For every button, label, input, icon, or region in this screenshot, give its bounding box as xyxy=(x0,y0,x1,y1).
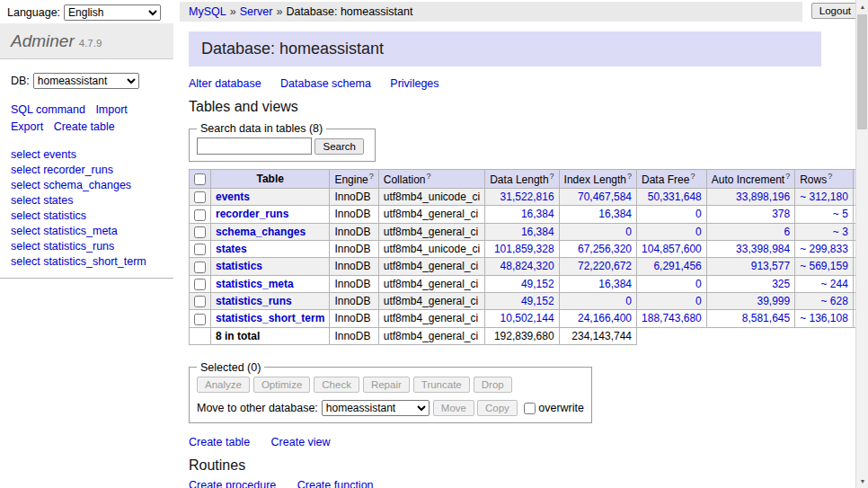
auto-increment-cell-link[interactable]: 378 xyxy=(772,208,790,220)
rows-cell-link[interactable]: ~ 136,108 xyxy=(800,312,848,324)
sidebar-select-statistics-meta[interactable]: select statistics_meta xyxy=(11,224,163,239)
data-free-cell-link[interactable]: 188,743,680 xyxy=(642,312,702,324)
data-length-cell-link[interactable]: 49,152 xyxy=(521,278,554,290)
row-checkbox[interactable] xyxy=(194,279,206,290)
table-link-states[interactable]: states xyxy=(216,243,247,255)
table-link-recorder-runs[interactable]: recorder_runs xyxy=(216,208,288,220)
rows-cell-link[interactable]: ~ 569,159 xyxy=(800,260,848,272)
auto-increment-cell-link[interactable]: 39,999 xyxy=(757,295,790,307)
index-length-cell-link[interactable]: 67,256,320 xyxy=(578,243,632,255)
auto-increment-cell-link[interactable]: 6 xyxy=(784,226,790,238)
data-free-cell-link[interactable]: 50,331,648 xyxy=(648,191,702,203)
row-checkbox[interactable] xyxy=(194,262,206,273)
index-length-cell-link[interactable]: 0 xyxy=(625,295,632,307)
auto-increment-cell-link[interactable]: 325 xyxy=(772,278,790,290)
help-link[interactable]: ? xyxy=(690,172,695,181)
index-length-cell-link[interactable]: 24,166,400 xyxy=(578,312,632,324)
language-select[interactable]: English xyxy=(64,4,161,21)
overwrite-checkbox[interactable] xyxy=(524,403,536,414)
link-create-function[interactable]: Create function xyxy=(297,479,374,488)
auto-increment-cell-link[interactable]: 33,898,196 xyxy=(736,191,790,203)
search-button[interactable]: Search xyxy=(314,138,363,155)
db-select[interactable]: homeassistant xyxy=(33,73,139,89)
rows-cell-link[interactable]: ~ 3 xyxy=(833,226,848,238)
data-length-cell-link[interactable]: 101,859,328 xyxy=(494,243,554,255)
repair-button[interactable]: Repair xyxy=(363,377,410,393)
table-link-statistics[interactable]: statistics xyxy=(216,260,262,272)
data-length-cell-link[interactable]: 10,502,144 xyxy=(500,312,554,324)
logout-button[interactable]: Logout xyxy=(811,3,859,19)
scrollbar-down-icon[interactable]: ▼ xyxy=(856,475,868,488)
link-create-table[interactable]: Create table xyxy=(189,436,250,448)
help-link[interactable]: ? xyxy=(426,172,430,181)
app-name[interactable]: Adminer xyxy=(11,31,75,50)
data-free-cell-link[interactable]: 0 xyxy=(695,208,702,220)
db-link-privileges[interactable]: Privileges xyxy=(390,77,438,90)
sidebar-link-sql-command[interactable]: SQL command xyxy=(11,103,85,116)
sidebar-select-schema-changes[interactable]: select schema_changes xyxy=(11,178,163,193)
drop-button[interactable]: Drop xyxy=(474,377,512,393)
data-free-cell-link[interactable]: 0 xyxy=(695,278,702,290)
row-checkbox[interactable] xyxy=(194,314,206,325)
scrollbar-up-icon[interactable]: ▲ xyxy=(856,0,868,13)
check-button[interactable]: Check xyxy=(314,377,359,393)
index-length-cell-link[interactable]: 0 xyxy=(625,226,632,238)
row-checkbox[interactable] xyxy=(194,209,206,221)
auto-increment-cell-link[interactable]: 33,398,984 xyxy=(736,243,790,255)
data-free-cell-link[interactable]: 6,291,456 xyxy=(653,260,701,272)
help-link[interactable]: ? xyxy=(828,172,832,181)
sidebar-select-events[interactable]: select events xyxy=(11,147,163,163)
link-create-view[interactable]: Create view xyxy=(271,436,331,448)
sidebar-select-statistics-runs[interactable]: select statistics_runs xyxy=(11,239,163,254)
rows-cell-link[interactable]: ~ 312,180 xyxy=(800,191,848,203)
link-create-procedure[interactable]: Create procedure xyxy=(189,479,276,488)
copy-button[interactable]: Copy xyxy=(477,400,518,416)
help-link[interactable]: ? xyxy=(369,172,374,181)
table-link-statistics-runs[interactable]: statistics_runs xyxy=(216,295,292,307)
data-length-cell-link[interactable]: 16,384 xyxy=(521,208,554,220)
analyze-button[interactable]: Analyze xyxy=(197,377,250,393)
index-length-cell-link[interactable]: 70,467,584 xyxy=(578,191,632,203)
data-free-cell-link[interactable]: 0 xyxy=(695,226,702,238)
data-free-cell-link[interactable]: 104,857,600 xyxy=(642,243,702,255)
table-link-statistics-short-term[interactable]: statistics_short_term xyxy=(216,312,324,324)
row-checkbox[interactable] xyxy=(194,296,206,307)
data-length-cell-link[interactable]: 31,522,816 xyxy=(500,191,554,203)
rows-cell-link[interactable]: ~ 628 xyxy=(821,295,848,307)
breadcrumb-mysql[interactable]: MySQL xyxy=(189,5,226,18)
sidebar-select-states[interactable]: select states xyxy=(11,193,163,209)
row-checkbox[interactable] xyxy=(194,226,206,238)
optimize-button[interactable]: Optimize xyxy=(253,377,310,393)
rows-cell-link[interactable]: ~ 5 xyxy=(833,208,848,220)
row-checkbox[interactable] xyxy=(194,244,206,255)
db-link-alter-database[interactable]: Alter database xyxy=(189,77,261,90)
search-input[interactable] xyxy=(197,138,312,155)
truncate-button[interactable]: Truncate xyxy=(413,377,470,393)
row-checkbox[interactable] xyxy=(194,191,206,203)
sidebar-link-export[interactable]: Export xyxy=(11,120,43,133)
data-free-cell-link[interactable]: 0 xyxy=(695,295,702,307)
db-link-database-schema[interactable]: Database schema xyxy=(280,77,371,90)
auto-increment-cell-link[interactable]: 8,581,645 xyxy=(742,312,790,324)
rows-cell-link[interactable]: ~ 299,833 xyxy=(800,243,848,255)
help-link[interactable]: ? xyxy=(550,172,554,181)
help-link[interactable]: ? xyxy=(627,172,632,181)
help-link[interactable]: ? xyxy=(785,172,790,181)
scrollbar-thumb[interactable] xyxy=(857,14,867,129)
sidebar-link-create-table[interactable]: Create table xyxy=(54,120,115,133)
breadcrumb-server[interactable]: Server xyxy=(240,5,273,18)
data-length-cell-link[interactable]: 16,384 xyxy=(521,226,554,238)
table-link-schema-changes[interactable]: schema_changes xyxy=(216,226,306,238)
table-link-statistics-meta[interactable]: statistics_meta xyxy=(216,278,294,290)
sidebar-select-statistics-short-term[interactable]: select statistics_short_term xyxy=(11,254,163,270)
move-button[interactable]: Move xyxy=(433,400,474,416)
table-link-events[interactable]: events xyxy=(216,191,250,203)
auto-increment-cell-link[interactable]: 913,577 xyxy=(751,260,790,272)
rows-cell-link[interactable]: ~ 244 xyxy=(821,278,848,290)
move-db-select[interactable]: homeassistant xyxy=(322,400,430,416)
index-length-cell-link[interactable]: 16,384 xyxy=(598,208,632,220)
vertical-scrollbar[interactable]: ▲ ▼ xyxy=(855,0,868,488)
select-all-checkbox[interactable] xyxy=(194,173,206,185)
data-length-cell-link[interactable]: 49,152 xyxy=(521,295,554,307)
data-length-cell-link[interactable]: 48,824,320 xyxy=(500,260,554,272)
